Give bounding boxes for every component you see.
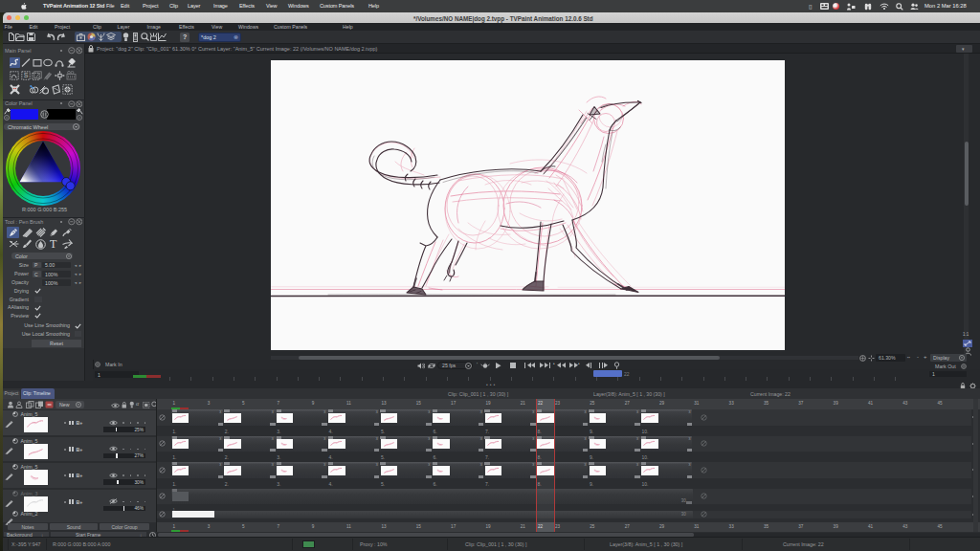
svg-text:S: S <box>23 72 28 78</box>
